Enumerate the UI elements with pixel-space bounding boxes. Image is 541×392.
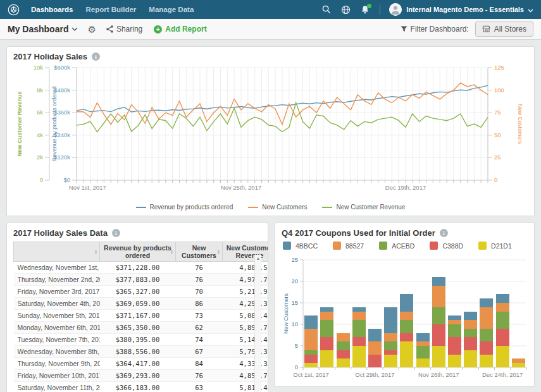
bar-segment (464, 320, 477, 329)
legend-item[interactable]: 4BBCC (283, 242, 318, 250)
bar-segment (464, 312, 477, 321)
bar-segment (337, 333, 350, 342)
sort-icon[interactable]: ▲▼ (94, 249, 97, 254)
legend-label: 4BBCC (295, 242, 318, 250)
svg-text:Dec 19th, 2017: Dec 19th, 2017 (385, 184, 426, 191)
bar-segment (352, 312, 366, 321)
svg-text:Dec 24th, 2017: Dec 24th, 2017 (482, 371, 523, 378)
bar-segment (432, 307, 445, 324)
all-stores-button[interactable]: All Stores (475, 21, 533, 37)
legend-swatch (333, 242, 341, 250)
bar-segment (368, 341, 382, 354)
table-cell: Friday, November 10th, 2017 (14, 370, 100, 382)
nav-item-dashboards[interactable]: Dashboards (31, 6, 73, 13)
account-menu[interactable]: Internal Magento Demo - Essentials (406, 6, 524, 13)
nav-item-manage-data[interactable]: Manage Data (149, 6, 194, 13)
legend-item[interactable]: D21D1 (478, 242, 512, 250)
bar-segment (352, 320, 366, 337)
legend-item[interactable]: New Customers (248, 204, 307, 211)
bar-segment (480, 307, 493, 329)
add-report-label: Add Report (165, 25, 206, 34)
info-icon[interactable]: i (112, 229, 120, 237)
sharing-button[interactable]: Sharing (106, 25, 142, 34)
bar-segment (304, 350, 318, 355)
table-cell: $364,417.00 (100, 358, 176, 370)
bar-segment (352, 346, 366, 367)
coupons-bar-chart: 0510152025New CustomersOct 1st, 2017Oct … (282, 252, 528, 385)
svg-text:25: 25 (494, 154, 501, 161)
bar-segment (368, 355, 382, 367)
legend-item[interactable]: New Customer Revenue (322, 204, 405, 211)
legend-swatch (478, 242, 487, 250)
table-cell: 4,859.7 (223, 370, 269, 382)
chevron-down-icon (72, 27, 78, 32)
svg-text:$600k: $600k (54, 64, 70, 71)
legend-swatch (322, 207, 332, 208)
bar-segment (416, 358, 430, 367)
table-cell: 70 (176, 286, 223, 298)
table-cell: 4,972.7 (223, 274, 269, 286)
column-header[interactable]: New Customer Revenue▲▼ (223, 242, 269, 262)
svg-text:0: 0 (295, 364, 298, 371)
globe-icon[interactable] (341, 5, 351, 15)
sort-icon[interactable]: ▲▼ (217, 249, 220, 254)
search-icon[interactable] (322, 5, 331, 14)
table-row: Wednesday, November 1st, 2017$371,228.00… (14, 262, 269, 274)
bar-segment (480, 355, 493, 367)
bar-segment (480, 298, 493, 307)
table-cell: 5,084.4 (223, 310, 269, 322)
table-cell: 4,338.3 (223, 358, 269, 370)
legend-item[interactable]: 88527 (333, 242, 364, 250)
scroll-up-icon[interactable]: ▲ (256, 256, 261, 260)
app-logo-icon[interactable] (8, 4, 20, 16)
chevron-down-icon[interactable] (528, 4, 533, 15)
bar-segment (304, 355, 318, 364)
table-cell: 73 (176, 310, 223, 322)
bar-segment (337, 341, 350, 350)
column-header[interactable]: ▲▼ (14, 242, 100, 262)
table-cell: 4,291.3 (223, 298, 269, 310)
nav-item-report-builder[interactable]: Report Builder (85, 6, 136, 13)
bar-segment (352, 337, 366, 346)
avatar[interactable] (389, 3, 402, 16)
sort-icon[interactable]: ▲▼ (170, 249, 173, 254)
table-cell: 62 (176, 322, 223, 334)
bar-segment (400, 294, 413, 311)
column-header[interactable]: Revenue by products ordered▲▼ (100, 242, 176, 262)
add-report-button[interactable]: + Add Report (154, 25, 206, 34)
table-cell: 4,884.5 (223, 262, 269, 274)
info-icon[interactable]: i (440, 229, 448, 237)
info-icon[interactable]: i (92, 52, 100, 61)
table-row: Thursday, November 2nd, 2017$377,883.007… (14, 274, 269, 286)
table-cell: 86 (176, 298, 223, 310)
svg-text:75: 75 (494, 109, 501, 116)
table-cell: 76 (176, 262, 223, 274)
svg-text:50: 50 (494, 132, 501, 138)
bar-segment (480, 341, 493, 354)
svg-text:$0: $0 (63, 176, 70, 183)
all-stores-label: All Stores (494, 25, 526, 34)
filter-dashboard-label: Filter Dashboard: (401, 25, 469, 34)
legend-item[interactable]: C388D (430, 242, 463, 250)
table-scrollbar[interactable]: ▲ ▼ (254, 255, 261, 392)
bar-segment (416, 341, 430, 346)
stacked-bars (304, 277, 525, 367)
holiday-sales-line-chart: 0$002k$120k254k$240k506k$360k758k$480k10… (13, 63, 528, 200)
line-chart-legend: Revenue by products orderedNew Customers… (13, 204, 528, 211)
table-row: Sunday, November 5th, 2017$371,167.00735… (14, 310, 269, 322)
bar-segment (416, 346, 430, 358)
bar-segment (400, 333, 413, 342)
coupons-panel: Q4 2017 Coupons Used for Initial Order i… (275, 223, 535, 387)
axes: 0$002k$120k254k$240k506k$360k758k$480k10… (16, 64, 523, 191)
dashboard-title-dropdown[interactable]: My Dashboard (8, 24, 78, 34)
svg-text:Oct 29th, 2017: Oct 29th, 2017 (355, 371, 394, 378)
notifications-bell-icon[interactable] (361, 5, 370, 14)
table-cell: $369,293.00 (100, 370, 176, 382)
gear-icon[interactable]: ⚙ (87, 25, 96, 34)
legend-item[interactable]: Revenue by products ordered (136, 204, 233, 211)
legend-item[interactable]: ACEBD (379, 242, 414, 250)
table-cell: Thursday, November 9th, 2017 (14, 358, 100, 370)
legend-swatch (136, 207, 146, 208)
column-header[interactable]: New Customers▲▼ (176, 242, 223, 262)
legend-label: New Customers (262, 204, 307, 211)
